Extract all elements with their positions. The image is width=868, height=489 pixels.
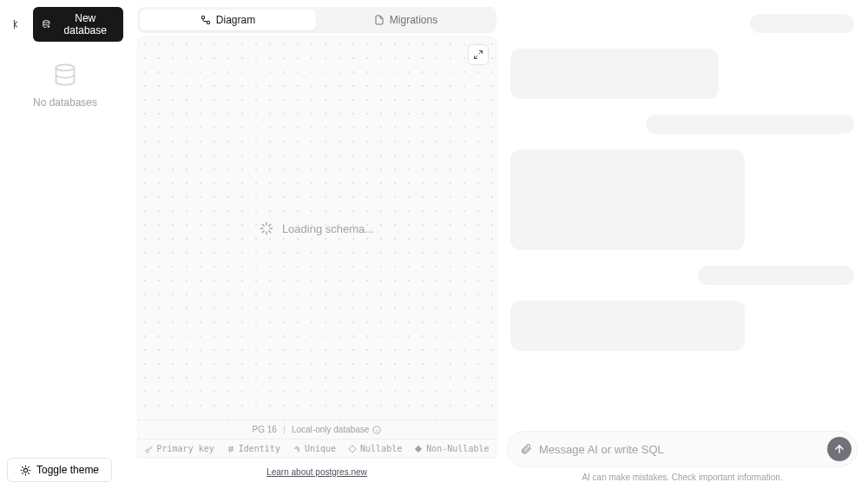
sidebar-top: New database [7,7,123,42]
tab-migrations-label: Migrations [390,14,437,26]
svg-rect-14 [201,17,204,19]
legend-unique: Unique [293,444,336,453]
diamond-filled-icon [414,445,423,453]
paperclip-icon [520,443,532,455]
legend-non-nullable: Non-Nullable [414,444,489,453]
sun-icon [20,465,31,476]
learn-link[interactable]: Learn about postgres.new [266,467,367,477]
svg-line-21 [269,231,271,233]
footer: Learn about postgres.new [137,462,496,482]
tab-diagram-label: Diagram [216,14,255,26]
key-icon [145,445,154,453]
tab-bar: Diagram Migrations [137,7,496,33]
svg-line-25 [269,224,271,226]
svg-line-13 [29,466,30,467]
svg-point-4 [56,64,75,70]
attach-button[interactable] [520,443,532,455]
svg-rect-36 [349,445,356,452]
svg-rect-15 [207,22,209,24]
chat-disclaimer: AI can make mistakes. Check important in… [507,467,858,482]
sidebar-empty-state: No databases [7,42,123,458]
status-bar: PG 16 Local-only database [138,420,496,439]
toggle-theme-button[interactable]: Toggle theme [7,458,112,482]
loading-text: Loading schema... [282,222,374,235]
svg-point-29 [146,449,148,452]
new-database-button[interactable]: New database [33,7,123,42]
legend-identity: Identity [227,444,280,453]
skeleton-message [510,149,745,250]
tab-diagram[interactable]: Diagram [140,10,316,30]
chat-panel: AI can make mistakes. Check important in… [503,0,868,489]
sidebar: New database No databases Toggle theme [0,0,130,489]
skeleton-message [510,49,719,99]
svg-line-35 [232,446,233,453]
diamond-outline-icon [348,445,357,453]
info-icon[interactable] [372,426,381,434]
legend-primary-key: Primary key [145,444,214,453]
svg-line-16 [479,51,483,55]
fingerprint-icon [293,445,301,453]
tab-migrations[interactable]: Migrations [318,10,494,30]
legend-nullable: Nullable [348,444,402,453]
svg-line-17 [475,56,478,59]
svg-line-24 [262,231,264,233]
new-database-label: New database [56,12,115,36]
no-databases-text: No databases [33,96,97,109]
sidebar-collapse-button[interactable] [7,14,28,35]
svg-line-34 [229,446,230,453]
chat-input-container [507,431,858,467]
chat-input[interactable] [539,443,820,456]
divider [284,426,285,434]
svg-point-1 [43,21,49,23]
sidebar-bottom: Toggle theme [7,458,123,482]
svg-line-9 [29,472,30,473]
skeleton-message [750,14,854,33]
fullscreen-button[interactable] [468,44,489,65]
toggle-theme-label: Toggle theme [36,464,99,476]
svg-point-5 [23,468,27,472]
maximize-icon [473,50,483,60]
svg-rect-37 [415,445,422,452]
workflow-icon [201,15,211,25]
hash-icon [227,445,235,453]
diagram-area: Loading schema... PG 16 Local-only datab… [137,36,496,459]
skeleton-message [698,266,854,285]
spinner-icon [260,221,273,235]
file-icon [374,15,385,25]
skeleton-message [510,301,745,351]
database-plus-icon [42,19,51,30]
chat-messages [507,7,858,431]
database-icon [53,63,77,89]
send-button[interactable] [827,437,852,461]
diagram-canvas[interactable]: Loading schema... [138,37,496,420]
loading-indicator: Loading schema... [260,221,374,235]
svg-line-20 [262,224,264,226]
skeleton-message [646,115,854,134]
panel-left-close-icon [11,18,23,30]
legend-bar: Primary key Identity Unique Nullable Non… [138,439,496,458]
svg-line-12 [23,472,23,473]
svg-line-31 [150,447,151,448]
pg-version: PG 16 [253,425,277,434]
svg-line-8 [23,466,23,467]
arrow-up-icon [833,443,845,455]
db-scope: Local-only database [292,425,370,434]
main-panel: Diagram Migrations Loading schema... PG … [130,0,503,489]
